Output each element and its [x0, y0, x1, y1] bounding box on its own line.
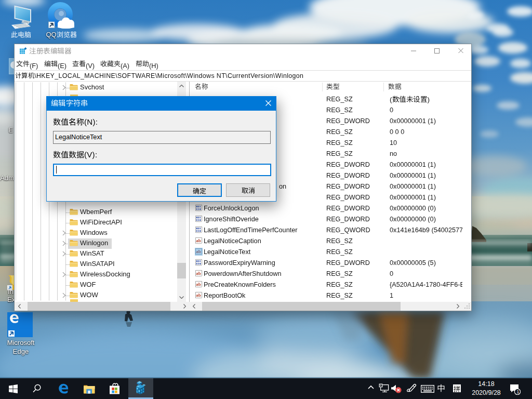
svg-text:1: 1: [516, 389, 519, 394]
